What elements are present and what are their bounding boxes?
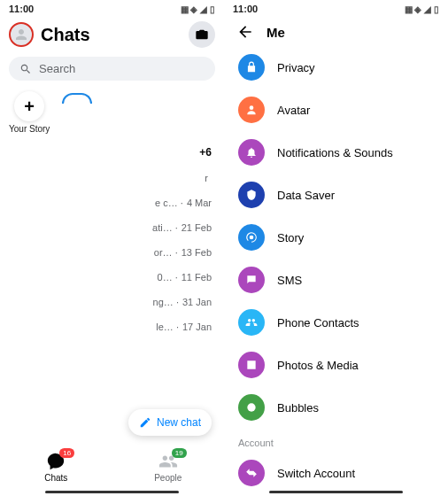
settings-item-sms[interactable]: SMS	[224, 259, 448, 301]
nav-chats[interactable]: 16 Chats	[0, 443, 112, 491]
status-bar: 11:00 ▦ ◈ ◢ ▯	[224, 0, 448, 18]
search-placeholder: Search	[39, 62, 75, 75]
account-section-label: Account	[224, 429, 448, 452]
chat-list[interactable]: +6 r e c… ·4 Mar ati… ·21 Feb or… ·13 Fe…	[0, 139, 224, 443]
camera-button[interactable]	[189, 21, 215, 48]
your-story[interactable]: + Your Story	[9, 91, 50, 134]
me-title: Me	[266, 25, 285, 40]
settings-item-label: Avatar	[277, 104, 310, 117]
your-story-label: Your Story	[9, 124, 50, 134]
settings-item-bubbles[interactable]: Bubbles	[224, 386, 448, 429]
profile-avatar[interactable]	[9, 22, 34, 47]
settings-item-photos-media[interactable]: Photos & Media	[224, 344, 448, 386]
chat-row[interactable]: ng… ·31 Jan	[0, 290, 224, 314]
story-icon	[238, 224, 265, 251]
chats-screen: 11:00 ▦ ◈ ◢ ▯ Chats Search + Your Story …	[0, 0, 224, 496]
settings-list[interactable]: Privacy Avatar Notifications & Sounds Da…	[224, 46, 448, 491]
chat-row[interactable]: 0… ·11 Feb	[0, 265, 224, 290]
plus-icon: +	[14, 91, 44, 121]
switch-icon	[238, 460, 265, 486]
settings-item-label: Data Saver	[277, 189, 335, 202]
settings-item-phone-contacts[interactable]: Phone Contacts	[224, 301, 448, 344]
me-header: Me	[224, 18, 448, 46]
settings-item-label: Photos & Media	[277, 359, 359, 372]
settings-item-data-saver[interactable]: Data Saver	[224, 174, 448, 216]
chats-badge: 16	[59, 448, 74, 458]
chat-icon	[238, 267, 265, 293]
shield-icon	[238, 182, 265, 208]
home-indicator	[45, 491, 180, 493]
chat-row[interactable]: e c… ·4 Mar	[0, 190, 224, 215]
settings-item-label: Notifications & Sounds	[277, 146, 393, 159]
svg-point-1	[250, 236, 254, 240]
settings-item-label: Bubbles	[277, 401, 319, 415]
svg-point-0	[250, 105, 254, 110]
settings-item-label: Privacy	[277, 61, 315, 74]
nav-people-label: People	[154, 473, 182, 483]
bottom-nav: 16 Chats 19 People	[0, 443, 224, 491]
new-chat-button[interactable]: New chat	[128, 409, 212, 436]
me-settings-screen: 11:00 ▦ ◈ ◢ ▯ Me Privacy Avatar Notifica…	[224, 0, 448, 496]
image-icon	[238, 352, 265, 378]
camera-icon	[195, 27, 209, 42]
people-badge: 19	[172, 448, 187, 458]
settings-item-label: Phone Contacts	[277, 316, 359, 329]
settings-item-label: Story	[277, 231, 304, 244]
story-ring-icon	[62, 93, 92, 104]
status-time: 11:00	[233, 4, 258, 14]
story-item[interactable]	[62, 91, 92, 104]
chat-row[interactable]: or… ·13 Feb	[0, 240, 224, 265]
status-icons: ▦ ◈ ◢ ▯	[405, 4, 439, 14]
bubble-icon	[238, 394, 265, 421]
chat-bubble-icon: 16	[46, 452, 66, 473]
new-chat-label: New chat	[157, 416, 201, 429]
search-input[interactable]: Search	[9, 57, 215, 81]
home-indicator	[269, 491, 404, 493]
back-arrow-icon[interactable]	[236, 23, 254, 41]
nav-people[interactable]: 19 People	[112, 443, 225, 491]
settings-item-story[interactable]: Story	[224, 216, 448, 259]
people-icon: 19	[158, 452, 178, 473]
face-icon	[238, 97, 265, 123]
settings-item-label: Switch Account	[277, 467, 355, 480]
bell-icon	[238, 139, 265, 166]
story-row: + Your Story	[0, 86, 224, 139]
status-time: 11:00	[9, 4, 34, 14]
group-count: +6	[0, 139, 224, 166]
settings-item-notifications-sounds[interactable]: Notifications & Sounds	[224, 131, 448, 174]
people-icon	[238, 309, 265, 336]
nav-chats-label: Chats	[44, 473, 67, 483]
chat-row[interactable]: le… ·17 Jan	[0, 314, 224, 339]
lock-icon	[238, 54, 265, 81]
chat-row[interactable]: r	[0, 166, 224, 190]
search-icon	[19, 63, 32, 75]
settings-item-privacy[interactable]: Privacy	[224, 46, 448, 89]
chat-row[interactable]: ati… ·21 Feb	[0, 215, 224, 240]
svg-point-2	[247, 403, 255, 411]
settings-item-label: SMS	[277, 274, 302, 287]
status-icons: ▦ ◈ ◢ ▯	[181, 4, 215, 14]
chats-title: Chats	[41, 25, 182, 45]
person-icon	[13, 27, 29, 43]
status-bar: 11:00 ▦ ◈ ◢ ▯	[0, 0, 224, 18]
settings-item-switch-account[interactable]: Switch Account	[224, 452, 448, 491]
chats-header: Chats	[0, 18, 224, 51]
settings-item-avatar[interactable]: Avatar	[224, 89, 448, 131]
pencil-icon	[139, 416, 151, 429]
